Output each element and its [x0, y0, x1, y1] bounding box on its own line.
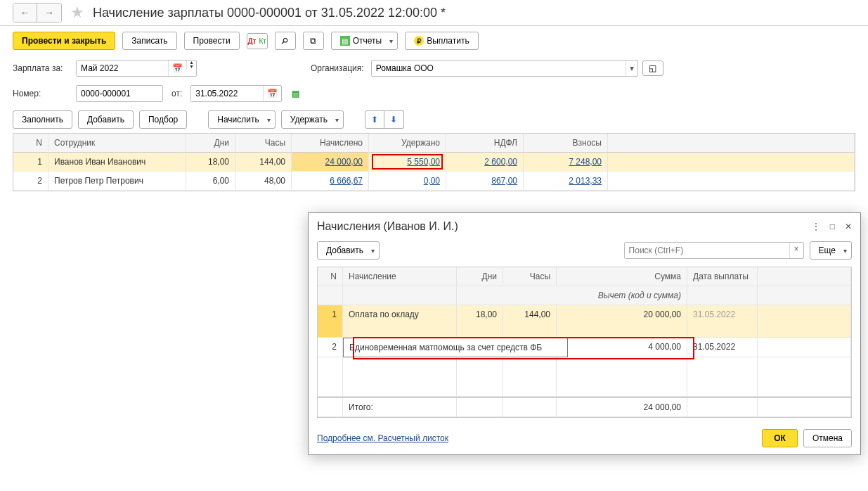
menu-icon[interactable]: ⋮ — [812, 222, 820, 231]
col-calculated-header[interactable]: Начислено — [292, 134, 369, 153]
reports-button[interactable]: ▤Отчеты — [331, 32, 398, 50]
from-label: от: — [171, 89, 182, 98]
sub-col-days[interactable]: Дни — [457, 267, 503, 286]
popup-footer: Подробнее см. Расчетный листок ОК Отмена — [309, 422, 860, 454]
col-held-header[interactable]: Удержано — [369, 134, 446, 153]
select-button[interactable]: Подбор — [139, 110, 187, 129]
nav-back-forward: ← → — [13, 3, 62, 23]
paperclip-icon: ⚲ — [280, 35, 291, 46]
salary-for-label: Зарплата за: — [13, 63, 72, 73]
sub-col-n[interactable]: N — [318, 267, 343, 286]
accruals-popup: Начисления (Иванов И. И.) ⋮ □ ✕ Добавить… — [308, 212, 861, 455]
popup-add-button[interactable]: Добавить — [317, 241, 380, 260]
search-group: × — [624, 242, 804, 259]
salary-for-input-group: 📅 ▲▼ — [76, 60, 197, 77]
number-label: Номер: — [13, 89, 72, 98]
back-button[interactable]: ← — [13, 4, 37, 22]
dtkt-button[interactable]: ДтКт — [247, 33, 268, 49]
contributions-link[interactable]: 2 013,33 — [569, 176, 602, 186]
maximize-icon[interactable]: □ — [830, 222, 835, 231]
org-input-group: ▾ — [371, 60, 638, 77]
cancel-button[interactable]: Отмена — [803, 429, 852, 447]
structure-button[interactable]: ⧉ — [303, 32, 324, 50]
popup-header: Начисления (Иванов И. И.) ⋮ □ ✕ — [309, 213, 860, 238]
col-n-header[interactable]: N — [13, 134, 48, 153]
sub-col-hours[interactable]: Часы — [503, 267, 557, 286]
org-label: Организация: — [311, 63, 364, 73]
table-row[interactable]: 1 Иванов Иван Иванович 18,00 144,00 24 0… — [13, 153, 855, 172]
move-up-button[interactable]: ⬆ — [365, 110, 384, 129]
accrual-row[interactable]: 1 Оплата по окладу 18,00 144,00 20 000,0… — [318, 305, 851, 338]
post-and-close-button[interactable]: Провести и закрыть — [13, 32, 115, 50]
close-icon[interactable]: ✕ — [845, 222, 852, 231]
sub-col-name[interactable]: Начисление — [343, 267, 457, 286]
table-spacer — [318, 357, 851, 397]
accrual-row[interactable]: 2 Единовременная матпомощь за счет средс… — [318, 338, 851, 357]
ok-button[interactable]: ОК — [762, 429, 798, 447]
col-hours-header[interactable]: Часы — [235, 134, 292, 153]
report-icon: ▤ — [340, 36, 350, 46]
pay-button[interactable]: ₽Выплатить — [405, 32, 479, 50]
popup-title: Начисления (Иванов И. И.) — [317, 220, 812, 233]
col-employee-header[interactable]: Сотрудник — [48, 134, 186, 153]
calendar-icon[interactable]: 📅 — [168, 60, 186, 76]
hold-button[interactable]: Удержать — [281, 110, 344, 129]
form-row-number: Номер: от: 📅 ▤ — [0, 81, 868, 106]
calculated-link[interactable]: 6 666,67 — [330, 176, 363, 186]
ruble-icon: ₽ — [414, 36, 424, 46]
sub-col-sum[interactable]: Сумма — [557, 267, 687, 286]
held-link[interactable]: 5 550,00 — [407, 157, 440, 167]
salary-for-input[interactable] — [77, 60, 168, 76]
form-row-period: Зарплата за: 📅 ▲▼ Организация: ▾ ◱ — [0, 56, 868, 81]
total-sum: 24 000,00 — [557, 398, 687, 417]
payslip-link[interactable]: Подробнее см. Расчетный листок — [317, 433, 448, 443]
date-input[interactable] — [191, 86, 263, 101]
add-button[interactable]: Добавить — [78, 110, 134, 129]
ndfl-link[interactable]: 867,00 — [491, 176, 517, 186]
org-open-button[interactable]: ◱ — [642, 60, 663, 76]
move-buttons: ⬆ ⬇ — [365, 110, 404, 129]
attach-button[interactable]: ⚲ — [275, 32, 296, 50]
ndfl-link[interactable]: 2 600,00 — [484, 157, 517, 167]
held-link[interactable]: 0,00 — [424, 176, 440, 186]
sub-col-date[interactable]: Дата выплаты — [687, 267, 758, 286]
col-ndfl-header[interactable]: НДФЛ — [446, 134, 524, 153]
accruals-total: Итого: 24 000,00 — [318, 397, 851, 417]
number-input-group — [76, 85, 163, 102]
save-button[interactable]: Записать — [122, 32, 176, 50]
accrual-name-input[interactable]: Единовременная матпомощь за счет средств… — [343, 338, 568, 357]
accruals-table: N Начисление Дни Часы Сумма Дата выплаты… — [317, 267, 852, 418]
total-label: Итого: — [343, 398, 457, 417]
star-icon[interactable]: ★ — [70, 4, 84, 22]
col-contributions-header[interactable]: Взносы — [524, 134, 608, 153]
period-spinner[interactable]: ▲▼ — [186, 60, 196, 76]
structure-icon: ⧉ — [310, 36, 316, 46]
arrow-down-icon: ⬇ — [390, 115, 397, 125]
org-input[interactable] — [372, 60, 626, 76]
main-table: N Сотрудник Дни Часы Начислено Удержано … — [13, 133, 855, 191]
popup-toolbar: Добавить × Еще — [309, 238, 860, 262]
arrow-up-icon: ⬆ — [371, 115, 378, 125]
post-button[interactable]: Провести — [184, 32, 240, 50]
table-row[interactable]: 2 Петров Петр Петрович 6,00 48,00 6 666,… — [13, 172, 855, 191]
posted-icon: ▤ — [292, 89, 299, 98]
move-down-button[interactable]: ⬇ — [384, 110, 404, 129]
search-clear-icon[interactable]: × — [789, 243, 803, 258]
date-calendar-icon[interactable]: 📅 — [263, 86, 281, 101]
org-dropdown-icon[interactable]: ▾ — [626, 60, 637, 76]
col-days-header[interactable]: Дни — [186, 134, 235, 153]
table-toolbar: Заполнить Добавить Подбор Начислить Удер… — [0, 106, 868, 133]
forward-button[interactable]: → — [37, 4, 61, 22]
contributions-link[interactable]: 7 248,00 — [569, 157, 602, 167]
date-input-group: 📅 — [190, 85, 282, 102]
search-input[interactable] — [625, 243, 789, 258]
page-title: Начисление зарплаты 0000-000001 от 31.05… — [93, 6, 446, 20]
number-input[interactable] — [77, 86, 162, 101]
main-table-head: N Сотрудник Дни Часы Начислено Удержано … — [13, 134, 855, 153]
topbar: ← → ★ Начисление зарплаты 0000-000001 от… — [0, 0, 868, 26]
calculated-link[interactable]: 24 000,00 — [325, 157, 363, 167]
fill-button[interactable]: Заполнить — [13, 110, 72, 129]
calc-button[interactable]: Начислить — [208, 110, 275, 129]
sub-col-deduction[interactable]: Вычет (код и сумма) — [557, 286, 687, 305]
more-button[interactable]: Еще — [810, 241, 852, 260]
